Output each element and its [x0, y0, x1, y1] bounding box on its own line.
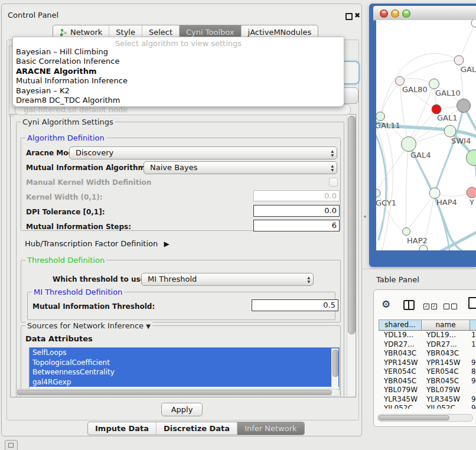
combo-spinner-icon: ▲▼ — [307, 275, 310, 283]
network-node[interactable] — [471, 20, 476, 27]
list-item[interactable]: TopologicalCoefficient — [30, 358, 339, 368]
table-row[interactable]: YIL052CYIL052C9 — [379, 404, 476, 409]
hub-definition-toggle[interactable]: Hub/Transcription Factor Definition ▶ — [25, 239, 169, 248]
table-row[interactable]: YDL19...YDL19...13 — [379, 331, 476, 340]
split-columns-icon[interactable] — [403, 300, 415, 310]
manual-kernel-checkbox[interactable] — [329, 178, 338, 187]
minimize-traffic-light[interactable] — [391, 9, 399, 18]
table-row[interactable]: YBR043CYBR043C — [379, 349, 476, 358]
select-all-checkbox-icon[interactable]: ✓ — [423, 304, 429, 309]
column-header[interactable]: shared... — [379, 320, 422, 331]
data-attributes-list[interactable]: SelfLoopsTopologicalCoefficientBetweenne… — [29, 347, 340, 390]
scrollbar-thumb[interactable] — [348, 116, 356, 334]
dpi-tolerance-input[interactable]: 0.0 — [253, 205, 340, 217]
node-label: GAL10 — [435, 89, 461, 97]
network-node[interactable] — [457, 99, 471, 113]
close-traffic-light[interactable] — [380, 9, 388, 18]
network-node-y[interactable] — [467, 187, 476, 198]
scrollbar-thumb[interactable] — [17, 390, 332, 395]
list-vertical-scrollbar[interactable] — [331, 348, 338, 387]
dropdown-item[interactable]: Dream8 DC_TDC Algorithm — [13, 96, 344, 105]
tab-discretize-data[interactable]: Discretize Data — [157, 422, 237, 435]
network-node-gal[interactable] — [454, 56, 464, 65]
algorithm-dropdown: Select algorithm to view settings Bayesi… — [12, 37, 344, 107]
network-node-gal1[interactable] — [432, 105, 441, 114]
network-node-gal80[interactable] — [396, 77, 405, 86]
dropdown-item[interactable]: Bayesian – K2 — [13, 86, 344, 96]
tab-infer-network[interactable]: Infer Network — [237, 422, 304, 435]
network-node-hap2[interactable] — [403, 228, 410, 236]
document-icon[interactable] — [468, 297, 476, 309]
network-node-swi4[interactable] — [444, 125, 456, 137]
node-label: GAL4 — [410, 151, 431, 159]
network-node-gcy1[interactable] — [376, 189, 380, 197]
gear-icon[interactable]: ⚙ — [382, 299, 390, 309]
mi-threshold-input[interactable]: 0.5 — [252, 299, 338, 311]
node-label: Y — [469, 198, 474, 207]
settings-vertical-scrollbar[interactable] — [347, 115, 356, 396]
deselect-all-checkbox-icon[interactable] — [451, 304, 457, 309]
table-cell: YDL19... — [379, 331, 421, 340]
tab-label: Select — [149, 28, 172, 37]
cyni-bottom-tabbar: Impute DataDiscretize DataInfer Network — [87, 422, 305, 435]
list-item[interactable]: BetweennessCentrality — [30, 367, 339, 377]
table-row[interactable]: YER054CYER054C8. — [379, 367, 476, 377]
select-all-checkbox-icon[interactable]: ✓ — [431, 304, 437, 309]
network-window: GALGAL80GAL10GAL1GAL11SWI4GAL4GCY1HAP4YH… — [369, 4, 476, 267]
table-row[interactable]: YDR27...YDR27...12 — [379, 340, 476, 350]
mi-type-combo[interactable]: Naive Bayes ▲▼ — [144, 161, 337, 174]
table-cell: YBL079W — [421, 386, 470, 395]
network-window-titlebar[interactable] — [373, 6, 476, 21]
network-node[interactable] — [467, 150, 476, 166]
network-node-gal11[interactable] — [376, 112, 385, 121]
dropdown-item[interactable]: ARACNE Algorithm — [13, 67, 344, 76]
network-canvas[interactable]: GALGAL80GAL10GAL1GAL11SWI4GAL4GCY1HAP4YH… — [376, 20, 476, 250]
algorithm-dropdown-items: Bayesian – Hill ClimbingBasic Correlatio… — [13, 47, 344, 105]
node-label: HAP2 — [407, 236, 428, 245]
table-row[interactable]: YLR345WYLR345W9. — [379, 395, 476, 405]
column-header[interactable]: name — [422, 320, 470, 331]
tab-label: jActiveMNodules — [248, 28, 312, 37]
table-row[interactable]: YBR045CYBR045C9. — [379, 377, 476, 386]
zoom-traffic-light[interactable] — [402, 9, 410, 18]
combo-spinner-icon: ▲▼ — [331, 149, 334, 157]
settings-horizontal-scrollbar[interactable] — [15, 389, 340, 396]
tab-impute-data[interactable]: Impute Data — [88, 422, 157, 435]
combo-spinner-icon: ▲▼ — [331, 164, 334, 172]
kernel-width-input[interactable]: 0.0 — [253, 190, 340, 201]
network-node[interactable] — [419, 245, 428, 250]
table-row[interactable]: YPR145WYPR145W9. — [379, 358, 476, 368]
manual-kernel-label: Manual Kernel Width Definition — [26, 178, 151, 187]
dropdown-item[interactable]: Bayesian – Hill Climbing — [13, 47, 344, 57]
list-item[interactable]: SelfLoops — [30, 348, 339, 358]
tab-label: Cyni Toolbox — [186, 28, 234, 37]
network-node-gal4[interactable] — [402, 137, 416, 152]
table-cell: YIL052C — [421, 404, 470, 409]
table-cell: YIL052C — [379, 404, 421, 409]
dropdown-item[interactable]: Mutual Information Inference — [13, 76, 344, 86]
table-window: ⚙ ✓ ✓ shared...nameA YDL19...YDL19...13Y… — [373, 289, 476, 427]
scrollbar-thumb[interactable] — [379, 415, 449, 420]
mi-threshold-group-title: MI Threshold Definition — [32, 288, 124, 296]
table-cell: YDR27... — [421, 340, 470, 350]
network-node-gal10[interactable] — [429, 79, 439, 89]
kernel-width-label: Kernel Width (0,1): — [26, 193, 103, 201]
dropdown-item[interactable]: Basic Correlation Inference — [13, 57, 344, 66]
sources-group: Sources for Network Inference ▼ Data Att… — [21, 325, 341, 397]
panel-corner-button[interactable] — [5, 440, 18, 450]
close-icon[interactable]: ✖ — [354, 11, 360, 19]
aracne-mode-combo[interactable]: Discovery ▲▼ — [69, 146, 337, 159]
network-node-hap4[interactable] — [429, 188, 440, 198]
column-header[interactable]: A — [470, 320, 476, 331]
list-item[interactable]: gal4RGexp — [30, 377, 339, 387]
which-threshold-combo[interactable]: MI Threshold ▲▼ — [141, 273, 314, 286]
apply-button[interactable]: Apply — [161, 403, 203, 416]
float-window-icon[interactable] — [345, 13, 353, 20]
table-row[interactable]: YBL079WYBL079W — [379, 386, 476, 395]
table-horizontal-scrollbar[interactable] — [377, 414, 473, 422]
scrollbar-thumb[interactable] — [332, 350, 338, 377]
screen: Control Panel ✖ NetworkStyleSelectCyni T… — [0, 0, 476, 450]
panel-divider-grip[interactable]: ◂ — [363, 213, 366, 219]
mi-steps-input[interactable]: 6 — [253, 220, 340, 231]
deselect-all-checkbox-icon[interactable] — [444, 304, 449, 309]
